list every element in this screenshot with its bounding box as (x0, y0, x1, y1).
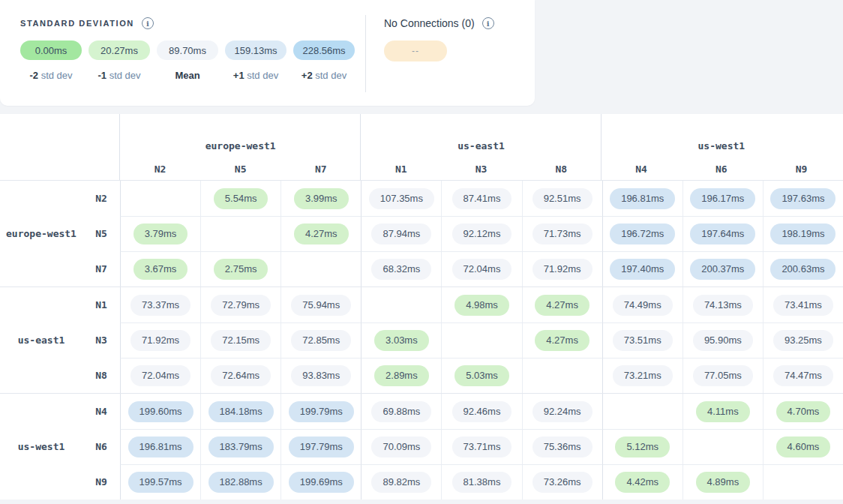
std-deviation-info-icon[interactable] (142, 17, 154, 29)
latency-pill[interactable]: 92.12ms (452, 224, 512, 244)
matrix-header: europe-west1N2N5N7us-east1N1N3N8us-west1… (0, 114, 843, 180)
latency-pill[interactable]: 199.69ms (289, 472, 354, 493)
latency-pill[interactable]: 4.70ms (776, 401, 831, 422)
latency-pill[interactable]: 87.41ms (452, 188, 512, 209)
latency-pill[interactable]: 71.73ms (532, 224, 592, 244)
legend-pill-0: 0.00ms (20, 40, 82, 60)
matrix-row-N5: europe-west1N53.79ms4.27ms87.94ms92.12ms… (0, 216, 843, 251)
latency-pill[interactable]: 72.15ms (211, 330, 271, 351)
latency-pill[interactable]: 197.64ms (690, 224, 755, 244)
self-latency-cell (522, 358, 602, 393)
latency-pill[interactable]: 71.92ms (130, 330, 190, 351)
no-connections-info-icon[interactable] (482, 17, 494, 29)
latency-pill[interactable]: 70.09ms (371, 436, 431, 458)
latency-pill[interactable]: 73.71ms (452, 436, 512, 458)
latency-pill[interactable]: 4.89ms (696, 472, 751, 493)
latency-pill[interactable]: 198.19ms (770, 224, 836, 244)
latency-pill[interactable]: 75.36ms (532, 436, 592, 458)
latency-pill[interactable]: 2.89ms (374, 365, 429, 386)
latency-pill[interactable]: 74.13ms (693, 295, 753, 316)
latency-pill[interactable]: 4.98ms (454, 295, 509, 316)
latency-pill[interactable]: 5.54ms (214, 188, 268, 209)
latency-pill[interactable]: 184.18ms (208, 401, 274, 422)
latency-pill[interactable]: 3.03ms (374, 330, 429, 351)
latency-cell: 87.41ms (441, 181, 521, 216)
latency-pill[interactable]: 4.27ms (294, 224, 349, 244)
latency-pill[interactable]: 3.79ms (134, 224, 188, 244)
latency-pill[interactable]: 199.57ms (128, 472, 194, 493)
latency-pill[interactable]: 199.79ms (289, 401, 354, 422)
latency-pill[interactable]: 74.47ms (773, 365, 833, 386)
latency-pill[interactable]: 4.42ms (615, 472, 670, 493)
latency-pill[interactable]: 196.81ms (610, 188, 675, 209)
latency-pill[interactable]: 200.37ms (690, 259, 755, 280)
latency-cell: 74.47ms (763, 358, 843, 393)
latency-pill[interactable]: 72.04ms (452, 259, 512, 280)
latency-pill[interactable]: 68.32ms (371, 259, 431, 280)
latency-cell: 75.94ms (280, 287, 361, 322)
latency-pill[interactable]: 81.38ms (452, 472, 512, 493)
latency-pill[interactable]: 75.94ms (291, 295, 351, 316)
latency-pill[interactable]: 197.40ms (610, 259, 675, 280)
latency-pill[interactable]: 73.26ms (532, 472, 592, 493)
latency-pill[interactable]: 182.88ms (208, 472, 274, 493)
latency-pill[interactable]: 200.63ms (770, 259, 836, 280)
latency-pill[interactable]: 93.25ms (773, 330, 833, 351)
latency-pill[interactable]: 77.05ms (693, 365, 753, 386)
latency-pill[interactable]: 89.82ms (371, 472, 431, 493)
latency-cell: 5.54ms (200, 181, 280, 216)
latency-pill[interactable]: 4.27ms (535, 295, 590, 316)
latency-pill[interactable]: 4.27ms (535, 330, 590, 351)
latency-cell: 196.81ms (120, 429, 200, 464)
latency-pill[interactable]: 73.51ms (613, 330, 673, 351)
latency-pill[interactable]: 72.85ms (291, 330, 351, 351)
latency-pill[interactable]: 4.60ms (776, 436, 831, 458)
latency-pill[interactable]: 183.79ms (208, 436, 274, 458)
latency-pill[interactable]: 107.35ms (369, 188, 434, 209)
latency-pill[interactable]: 73.21ms (613, 365, 673, 386)
legend-pills: 0.00ms20.27ms89.70ms159.13ms228.56ms (20, 40, 365, 60)
latency-cell: 73.41ms (763, 287, 843, 322)
node-column-header-N5: N5 (200, 164, 280, 175)
node-column-header-N9: N9 (761, 164, 842, 175)
latency-pill[interactable]: 196.17ms (690, 188, 755, 209)
legend-pill-3: 159.13ms (225, 40, 286, 60)
latency-pill[interactable]: 93.83ms (291, 365, 351, 386)
latency-pill[interactable]: 197.63ms (770, 188, 836, 209)
latency-cell: 197.64ms (682, 216, 763, 251)
latency-pill[interactable]: 87.94ms (371, 224, 431, 244)
legend-label-bold: -1 (98, 70, 106, 81)
latency-pill[interactable]: 71.92ms (532, 259, 592, 280)
latency-pill[interactable]: 196.81ms (128, 436, 194, 458)
latency-pill[interactable]: 2.75ms (214, 259, 268, 280)
latency-pill[interactable]: 95.90ms (693, 330, 753, 351)
self-latency-cell (120, 181, 200, 216)
latency-cell: 196.72ms (602, 216, 682, 251)
latency-pill[interactable]: 92.24ms (532, 401, 592, 422)
latency-pill[interactable]: 73.37ms (130, 295, 190, 316)
row-group-europe-west1: N25.54ms3.99ms107.35ms87.41ms92.51ms196.… (0, 180, 843, 286)
latency-pill[interactable]: 5.12ms (615, 436, 670, 458)
latency-pill[interactable]: 72.79ms (211, 295, 271, 316)
latency-pill[interactable]: 92.51ms (532, 188, 592, 209)
node-row-header-N8: N8 (82, 358, 120, 393)
latency-pill[interactable]: 69.88ms (371, 401, 431, 422)
region-spacer (0, 358, 82, 393)
latency-pill[interactable]: 72.04ms (130, 365, 190, 386)
latency-pill[interactable]: 197.79ms (289, 436, 354, 458)
latency-pill[interactable]: 74.49ms (613, 295, 673, 316)
latency-pill[interactable]: 92.46ms (452, 401, 512, 422)
latency-cell: 73.71ms (441, 429, 521, 464)
latency-pill[interactable]: 3.67ms (134, 259, 188, 280)
self-latency-cell (441, 322, 521, 358)
latency-pill[interactable]: 199.60ms (128, 401, 194, 422)
latency-cell: 73.51ms (602, 322, 682, 358)
latency-pill[interactable]: 5.03ms (454, 365, 509, 386)
row-group-us-east1: N173.37ms72.79ms75.94ms4.98ms4.27ms74.49… (0, 286, 843, 393)
latency-pill[interactable]: 73.41ms (773, 295, 833, 316)
legend-pill-4: 228.56ms (293, 40, 355, 60)
latency-pill[interactable]: 196.72ms (610, 224, 675, 244)
latency-pill[interactable]: 3.99ms (294, 188, 349, 209)
latency-pill[interactable]: 72.64ms (211, 365, 271, 386)
latency-pill[interactable]: 4.11ms (696, 401, 750, 422)
